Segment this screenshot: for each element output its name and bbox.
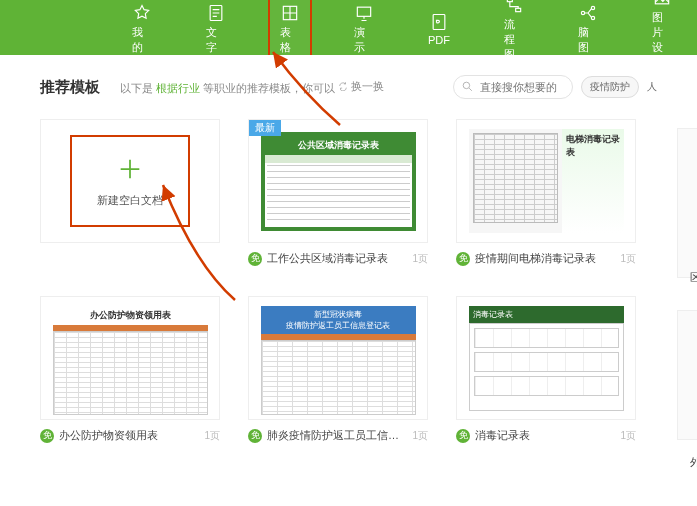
image-icon xyxy=(652,0,672,8)
star-icon xyxy=(132,3,152,23)
badge-free: 免 xyxy=(456,429,470,443)
top-nav: 我的 文字 表格 演示 PDF 流程图 脑图 图片设计 表单 xyxy=(0,0,697,55)
template-pages: 1页 xyxy=(620,252,636,266)
template-title: 工作公共区域消毒记录表 xyxy=(267,251,407,266)
badge-free: 免 xyxy=(456,252,470,266)
thumb-title: 电梯消毒记录表 xyxy=(562,129,624,233)
badge-free: 免 xyxy=(40,429,54,443)
search-box xyxy=(453,75,573,99)
template-card[interactable]: 最新 公共区域消毒记录表 免 工作公共区域消毒记录表 1页 xyxy=(248,119,428,266)
template-card[interactable]: 新型冠状病毒 疫情防护返工员工信息登记表 免 肺炎疫情防护返工员工信息登记表 1… xyxy=(248,296,428,443)
filter-button[interactable]: 疫情防护 xyxy=(581,76,639,98)
svg-point-6 xyxy=(581,11,584,14)
template-pages: 1页 xyxy=(412,252,428,266)
thumb-title: 办公防护物资领用表 xyxy=(53,306,208,325)
template-title: 疫情期间电梯消毒记录表 xyxy=(475,251,615,266)
svg-rect-5 xyxy=(516,8,521,11)
sub-bar: 推荐模板 以下是 根据行业 等职业的推荐模板，你可以 换一换 疫情防护 人 xyxy=(0,55,697,109)
svg-point-7 xyxy=(591,6,594,9)
new-blank-card[interactable]: 新建空白文档 xyxy=(40,119,220,266)
nav-label: 脑图 xyxy=(578,25,598,55)
new-blank-label: 新建空白文档 xyxy=(97,193,163,208)
nav-label: 表格 xyxy=(280,25,300,55)
template-pages: 1页 xyxy=(204,429,220,443)
template-pages: 1页 xyxy=(620,429,636,443)
nav-present[interactable]: 演示 xyxy=(342,0,386,55)
template-card[interactable]: 消毒记录表 免 消毒记录表 1页 xyxy=(456,296,636,443)
svg-point-12 xyxy=(463,82,470,89)
nav-mind[interactable]: 脑图 xyxy=(566,0,610,55)
badge-new: 最新 xyxy=(249,120,281,136)
plus-icon xyxy=(116,155,144,183)
nav-label: PDF xyxy=(428,34,450,46)
screen-icon xyxy=(354,3,374,23)
nav-design[interactable]: 图片设计 xyxy=(640,0,684,55)
svg-rect-2 xyxy=(357,7,370,16)
nav-label: 文字 xyxy=(206,25,226,55)
nav-pdf[interactable]: PDF xyxy=(416,4,462,52)
swap-link[interactable]: 换一换 xyxy=(338,79,384,94)
nav-label: 图片设计 xyxy=(652,10,672,56)
refresh-icon xyxy=(338,81,348,91)
section-desc: 以下是 根据行业 等职业的推荐模板，你可以 换一换 xyxy=(120,79,384,96)
template-grid: 新建空白文档 最新 公共区域消毒记录表 免 工作公共区域消毒记录表 1页 电梯消… xyxy=(0,109,697,443)
template-title: 消毒记录表 xyxy=(475,428,615,443)
nav-label: 我的 xyxy=(132,25,152,55)
nav-mine[interactable]: 我的 xyxy=(120,0,164,55)
nav-label: 演示 xyxy=(354,25,374,55)
partial-label: 区 xyxy=(690,270,697,285)
grid-icon xyxy=(280,3,300,23)
partial-card xyxy=(677,310,697,440)
section-title: 推荐模板 xyxy=(40,78,100,97)
svg-point-8 xyxy=(591,16,594,19)
nav-sheet[interactable]: 表格 xyxy=(268,0,312,55)
template-card[interactable]: 办公防护物资领用表 免 办公防护物资领用表 1页 xyxy=(40,296,220,443)
nav-flow[interactable]: 流程图 xyxy=(492,0,536,55)
nav-text[interactable]: 文字 xyxy=(194,0,238,55)
doc-icon xyxy=(206,3,226,23)
pdf-icon xyxy=(429,12,449,32)
thumb-title: 新型冠状病毒 疫情防护返工员工信息登记表 xyxy=(261,306,416,334)
badge-free: 免 xyxy=(248,252,262,266)
badge-free: 免 xyxy=(248,429,262,443)
flow-icon xyxy=(504,0,524,15)
partial-card xyxy=(677,128,697,278)
template-pages: 1页 xyxy=(412,429,428,443)
partial-label: 外 xyxy=(690,455,697,470)
thumb-title: 公共区域消毒记录表 xyxy=(265,136,412,155)
mind-icon xyxy=(578,3,598,23)
search-icon xyxy=(461,80,474,93)
thumb-title: 消毒记录表 xyxy=(469,306,624,323)
filter-button2[interactable]: 人 xyxy=(647,76,657,98)
template-title: 办公防护物资领用表 xyxy=(59,428,199,443)
svg-rect-4 xyxy=(507,0,512,2)
industry-link[interactable]: 根据行业 xyxy=(156,81,200,93)
template-card[interactable]: 电梯消毒记录表 免 疫情期间电梯消毒记录表 1页 xyxy=(456,119,636,266)
nav-label: 流程图 xyxy=(504,17,524,55)
template-title: 肺炎疫情防护返工员工信息登记表 xyxy=(267,428,407,443)
